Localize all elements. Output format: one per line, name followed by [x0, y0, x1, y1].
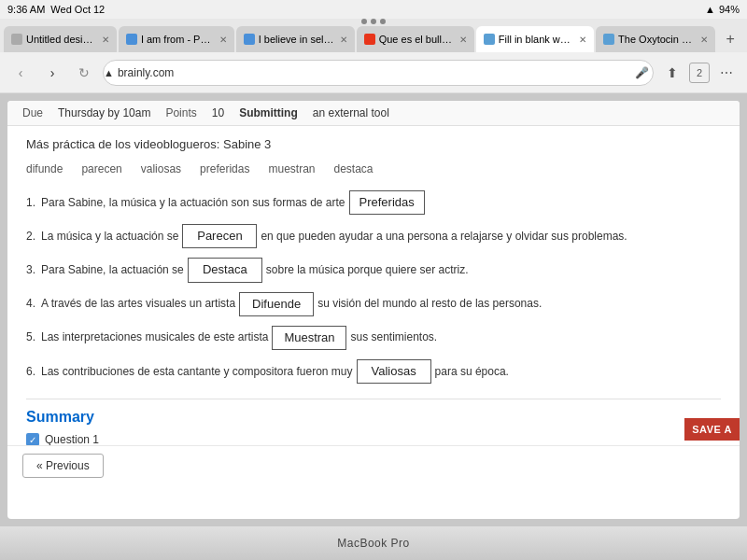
points-label: Points [165, 106, 196, 119]
macbook-label: MacBook Pro [337, 537, 410, 550]
address-bar: ‹ › ↻ ▲ brainly.com 🎤 ⬆ 2 ⋯ [0, 52, 747, 93]
tab-fill-in-blank[interactable]: Fill in blank wo... ✕ [476, 26, 594, 52]
sentence-1: 1. Para Sabine, la música y la actuación… [26, 190, 721, 215]
tab-label: The Oxytocin h... [618, 34, 695, 45]
new-tab-button[interactable]: + [717, 26, 743, 52]
tab-close-icon[interactable]: ✕ [459, 35, 467, 45]
sentence-num-2: 2. [26, 229, 35, 245]
page-container: Due Thursday by 10am Points 10 Submittin… [7, 101, 740, 519]
address-icons: ⬆ 2 ⋯ [659, 60, 740, 86]
sentence-num-5: 5. [26, 329, 35, 345]
bookmarks-icon[interactable]: 2 [689, 63, 710, 83]
sentence-2: 2. La música y la actuación se Parecen e… [26, 224, 721, 248]
sentence-4: 4. A través de las artes visuales un art… [26, 292, 721, 316]
answer-box-6[interactable]: Valiosas [357, 359, 431, 384]
tab-close-icon[interactable]: ✕ [579, 35, 586, 45]
browser-content: Due Thursday by 10am Points 10 Submittin… [0, 93, 747, 526]
mic-icon: 🎤 [635, 66, 649, 79]
due-value: Thursday by 10am [58, 106, 150, 119]
date: Wed Oct 12 [50, 4, 105, 15]
summary-section: Summary ✓ Question 1 [26, 399, 721, 446]
sentence-num-3: 3. [26, 262, 35, 278]
previous-button[interactable]: « Previous [22, 454, 104, 478]
sentences: 1. Para Sabine, la música y la actuación… [26, 190, 721, 384]
url-text: brainly.com [118, 66, 174, 79]
tab-label: Untitled desig... [26, 34, 96, 45]
answer-box-2[interactable]: Parecen [182, 224, 257, 248]
status-left: 9:36 AM Wed Oct 12 [7, 4, 105, 15]
sentence-num-6: 6. [26, 364, 35, 380]
tab-close-icon[interactable]: ✕ [102, 35, 109, 45]
activity-title: Más práctica de los videoblogueros: Sabi… [26, 137, 721, 151]
time: 9:36 AM [7, 4, 45, 15]
bottom-bar: « Previous [7, 445, 740, 485]
sentence-after-6: para su época. [435, 364, 509, 380]
sentence-num-4: 4. [26, 296, 35, 312]
tab-i-am-from[interactable]: I am from - Po... ✕ [119, 26, 234, 52]
tab-label: Que es el bully... [379, 34, 454, 45]
word-bank: difunde parecen valiosas preferidas mues… [26, 162, 721, 175]
sentence-5: 5. Las interpretaciones musicales de est… [26, 326, 721, 350]
sentence-3: 3. Para Sabine, la actuación se Destaca … [26, 258, 721, 282]
summary-title: Summary [26, 409, 721, 426]
word-muestran: muestran [268, 162, 315, 175]
sentence-before-5: Las interpretaciones musicales de este a… [41, 329, 268, 345]
tab-label: I believe in self... [259, 34, 334, 45]
wifi-icon: ▲ [705, 4, 715, 15]
battery: 94% [719, 4, 740, 15]
sentence-before-4: A través de las artes visuales un artist… [41, 296, 235, 312]
word-parecen: parecen [81, 162, 121, 175]
tab-label: Fill in blank wo... [499, 34, 573, 45]
submitting-label: Submitting [239, 106, 298, 119]
status-right: ▲ 94% [705, 4, 740, 15]
sentence-before-3: Para Sabine, la actuación se [41, 262, 184, 278]
more-icon[interactable]: ⋯ [713, 60, 740, 86]
sentence-after-4: su visión del mundo al resto de las pers… [317, 296, 542, 312]
sentence-before-1: Para Sabine, la música y la actuación so… [41, 195, 345, 211]
word-destaca: destaca [334, 162, 374, 175]
sentence-after-3: sobre la música porque quiere ser actriz… [266, 262, 469, 278]
share-icon[interactable]: ⬆ [659, 60, 685, 86]
sentence-num-1: 1. [26, 195, 35, 211]
save-button[interactable]: SAVE A [684, 418, 740, 441]
answer-box-1[interactable]: Preferidas [349, 190, 425, 215]
sentence-after-5: sus sentimientos. [350, 329, 437, 345]
sentence-before-2: La música y la actuación se [41, 229, 178, 245]
tab-close-icon[interactable]: ✕ [219, 35, 227, 45]
content-area: Más práctica de los videoblogueros: Sabi… [7, 126, 740, 457]
submitting-value: an external tool [313, 106, 389, 119]
tab-close-icon[interactable]: ✕ [700, 35, 708, 45]
sentence-6: 6. Las contribuciones de esta cantante y… [26, 359, 721, 384]
tab-label: I am from - Po... [141, 34, 214, 45]
word-difunde: difunde [26, 162, 63, 175]
word-preferidas: preferidas [200, 162, 249, 175]
status-bar: 9:36 AM Wed Oct 12 ▲ 94% [0, 0, 747, 19]
answer-box-5[interactable]: Muestran [272, 326, 346, 350]
save-btn-area: SAVE A [684, 418, 740, 441]
forward-button[interactable]: › [39, 60, 65, 86]
points-value: 10 [212, 106, 224, 119]
sentence-after-2: en que pueden ayudar a una persona a rel… [261, 229, 627, 245]
tab-que-es-el-bully[interactable]: Que es el bully... ✕ [357, 26, 474, 52]
lock-icon: ▲ [104, 67, 114, 78]
answer-box-3[interactable]: Destaca [188, 258, 262, 282]
assignment-header: Due Thursday by 10am Points 10 Submittin… [7, 101, 740, 126]
back-button[interactable]: ‹ [7, 60, 34, 86]
url-bar[interactable]: ▲ brainly.com 🎤 [103, 60, 654, 86]
due-label: Due [22, 106, 43, 119]
word-valiosas: valiosas [141, 162, 181, 175]
macbook-bar: MacBook Pro [0, 526, 747, 560]
answer-box-4[interactable]: Difuende [239, 292, 314, 316]
tab-oxytocin[interactable]: The Oxytocin h... ✕ [596, 26, 715, 52]
reload-button[interactable]: ↻ [71, 60, 97, 86]
tab-close-icon[interactable]: ✕ [340, 35, 347, 45]
tab-untitled-design[interactable]: Untitled desig... ✕ [4, 26, 117, 52]
tab-i-believe[interactable]: I believe in self... ✕ [236, 26, 355, 52]
tab-dots [361, 19, 386, 24]
sentence-before-6: Las contribuciones de esta cantante y co… [41, 364, 353, 380]
